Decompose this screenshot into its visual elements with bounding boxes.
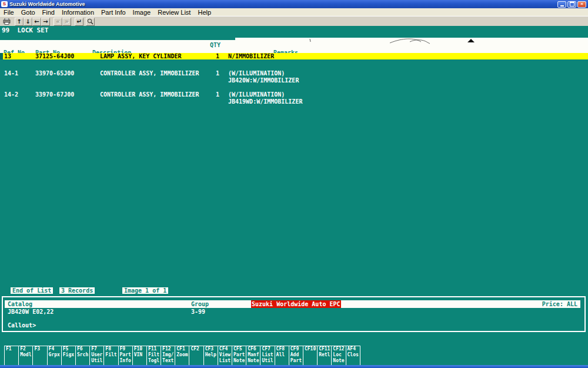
fkey-label: Note [232,358,246,364]
fkey-f5[interactable]: F5Figx [61,346,75,365]
fkey-label: CF4 [218,346,232,352]
fkey-cf4[interactable]: CF4ViewList [218,346,232,365]
cell-remarks-2: JB420W:W/IMMOBILIZER [228,77,299,84]
fkey-cf9[interactable]: CF9AddPart [289,346,303,365]
menu-find[interactable]: Find [39,9,58,16]
fkey-cf1[interactable]: CF1Zoom [175,346,189,365]
title-bar: S Suzuki Worldwide Automotive × [0,0,588,8]
fkey-label: Retl [318,352,331,358]
table-row-selected[interactable]: 13 37125-64J00 LAMP ASSY, KEY CYLINDER 1… [0,53,588,59]
fkey-label: All [275,352,289,358]
cell-qty: 1 [216,70,219,77]
menu-information[interactable]: Information [58,9,98,16]
restore-button[interactable] [567,1,576,8]
page-next-button[interactable]: » [62,18,71,26]
main-screen: 99 LOCK SET QTY Ref.No. Part No. Descrip… [0,26,588,365]
fkey-label: CF1 [175,346,189,352]
fkey-cf3[interactable]: CF3Help [203,346,218,365]
parts-diagram-fragment [0,37,588,45]
fkey-f3[interactable]: F3 [32,346,46,365]
cell-part: 37125-64J00 [35,53,74,59]
catalog-label: Catalog [8,301,32,307]
cell-remarks-2: JB419WD:W/IMMOBILIZER [228,98,302,105]
menu-part-info[interactable]: Part Info [98,9,129,16]
fkey-cf2[interactable]: CF2 [189,346,203,365]
cell-ref: 13 [4,53,11,59]
left-arrow-button[interactable]: ← [32,18,41,26]
callout-prompt[interactable]: Callout> [8,322,36,329]
cell-desc: CONTROLLER ASSY, IMMOBILIZER [100,70,199,77]
menu-goto[interactable]: Goto [18,9,39,16]
up-arrow-button[interactable]: ↑ [15,18,24,26]
page-prev-button[interactable]: « [54,18,62,26]
menu-help[interactable]: Help [194,9,215,16]
fkey-label: Filt [147,352,161,358]
status-end-of-list: End of List [11,287,53,294]
down-arrow-button[interactable]: ↓ [24,18,32,26]
enter-button[interactable]: ↵ [75,18,83,26]
status-record-count: 3 Records [59,287,95,294]
fkey-f8[interactable]: F8Filt [103,346,118,365]
menu-bar: FileGotoFindInformationPart InfoImageRev… [0,8,588,16]
fkey-f6[interactable]: F6Srch [75,346,89,365]
fkey-label: CF7 [260,346,274,352]
fkey-label: Img/ [161,352,175,358]
fkey-label: List [218,358,232,364]
cell-ref: 14-1 [4,70,18,77]
cell-part: 33970-65J00 [35,70,74,77]
fkey-label: F10 [133,346,146,352]
figure-title: 99 LOCK SET [2,26,48,34]
fkey-label: CF9 [289,346,303,352]
cell-qty: 1 [216,53,219,59]
fkey-label: CF2 [189,346,203,352]
fkey-label: CF12 [332,346,345,352]
catalog-info-panel: Catalog Group Suzuki Worldwide Auto EPC … [2,296,586,332]
fkey-af4[interactable]: AF4Clos [346,346,360,365]
status-image-count: Image 1 of 1 [122,287,168,294]
fkey-label: F3 [33,346,46,352]
fkey-label: F11 [147,346,161,352]
fkey-f1[interactable]: F1 [4,346,18,365]
fkey-f12[interactable]: F12Img/Text [161,346,175,365]
close-button[interactable]: × [577,1,586,8]
fkey-label: VIN [133,352,146,358]
menu-file[interactable]: File [0,9,18,16]
print-button[interactable] [2,18,11,26]
fkey-cf7[interactable]: CF7ListUtil [260,346,274,365]
window-title: Suzuki Worldwide Automotive [9,1,85,7]
zoom-tool-button[interactable] [86,18,95,26]
fkey-label: F12 [161,346,175,352]
fkey-f11[interactable]: F11FiltTogl [146,346,161,365]
right-arrow-button[interactable]: → [41,18,50,26]
fkey-f9[interactable]: F9PartInfo [118,346,132,365]
fkey-label: Text [161,358,175,364]
fkey-label: Filt [104,352,118,358]
fkey-cf12[interactable]: CF12LocNote [331,346,345,365]
fkey-label: CF3 [204,346,218,352]
fkey-label: Clos [346,352,360,358]
fkey-cf5[interactable]: CF5PartNote [232,346,246,365]
fkey-cf11[interactable]: CF11Retl [317,346,331,365]
cell-desc: LAMP ASSY, KEY CYLINDER [100,53,181,59]
menu-image[interactable]: Image [129,9,155,16]
column-header-qty: QTY [210,42,220,48]
fkey-cf10[interactable]: CF10 [303,346,317,365]
fkey-f2[interactable]: F2Modl [18,346,32,365]
price-mode: Price: ALL [542,301,577,307]
fkey-f4[interactable]: F4Grpx [47,346,61,365]
fkey-label: List [260,352,274,358]
fkey-label: F6 [76,346,89,352]
minimize-button[interactable] [557,1,566,8]
fkey-cf6[interactable]: CF6ManfNote [246,346,260,365]
menu-review-list[interactable]: Review List [154,9,194,16]
fkey-label: User [90,352,103,358]
cell-remarks: N/IMMOBILIZER [228,53,274,59]
fkey-f7[interactable]: F7UserUtil [89,346,103,365]
fkey-label: Togl [147,358,161,364]
fkey-label: Zoom [175,352,189,358]
fkey-label: Util [260,358,274,364]
fkey-cf8[interactable]: CF8All [275,346,289,365]
fkey-f10[interactable]: F10VIN [132,346,146,365]
fkey-label: F8 [104,346,118,352]
fkey-label: Info [119,358,132,364]
